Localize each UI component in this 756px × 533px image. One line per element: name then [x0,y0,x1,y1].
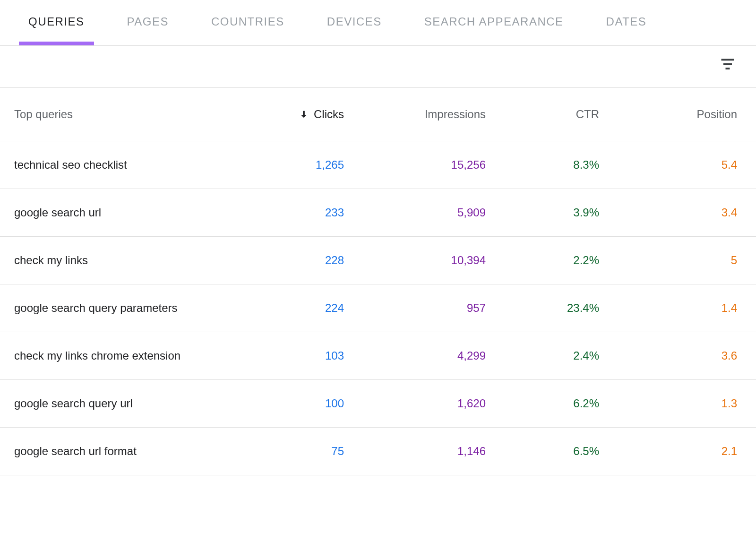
tab-label: QUERIES [28,15,85,28]
header-label: Top queries [14,108,73,120]
impressions-cell: 957 [344,301,486,315]
header-label: Clicks [314,108,344,121]
position-cell: 5 [599,254,742,267]
table-row[interactable]: google search query url 100 1,620 6.2% 1… [0,380,756,428]
table-row[interactable]: check my links 228 10,394 2.2% 5 [0,237,756,284]
ctr-cell: 2.4% [486,349,599,362]
clicks-cell: 103 [245,349,344,362]
tab-pages[interactable]: PAGES [118,0,178,45]
clicks-cell: 100 [245,397,344,410]
impressions-cell: 5,909 [344,206,486,219]
query-cell: google search query parameters [14,301,245,315]
position-cell: 3.4 [599,206,742,219]
query-cell: check my links chrome extension [14,349,245,362]
query-cell: technical seo checklist [14,158,245,172]
clicks-cell: 228 [245,254,344,267]
dimension-tabs: QUERIES PAGES COUNTRIES DEVICES SEARCH A… [0,0,756,46]
query-cell: google search url [14,206,245,219]
table-row[interactable]: check my links chrome extension 103 4,29… [0,332,756,380]
query-cell: google search query url [14,397,245,410]
position-cell: 1.4 [599,301,742,315]
position-cell: 1.3 [599,397,742,410]
impressions-cell: 4,299 [344,349,486,362]
impressions-cell: 10,394 [344,254,486,267]
position-cell: 3.6 [599,349,742,362]
tab-label: DEVICES [327,15,382,28]
column-header-impressions[interactable]: Impressions [344,108,486,121]
header-label: Position [697,108,737,120]
filter-bar [0,46,756,88]
column-header-ctr[interactable]: CTR [486,108,599,121]
ctr-cell: 6.2% [486,397,599,410]
clicks-cell: 75 [245,445,344,458]
ctr-cell: 23.4% [486,301,599,315]
impressions-cell: 15,256 [344,158,486,172]
impressions-cell: 1,620 [344,397,486,410]
clicks-cell: 224 [245,301,344,315]
position-cell: 5.4 [599,158,742,172]
column-header-position[interactable]: Position [599,108,742,121]
tab-label: PAGES [127,15,169,28]
header-label: Impressions [425,108,486,120]
column-header-clicks[interactable]: Clicks [245,108,344,121]
query-cell: google search url format [14,445,245,458]
table-row[interactable]: google search url format 75 1,146 6.5% 2… [0,428,756,475]
tab-search-appearance[interactable]: SEARCH APPEARANCE [415,0,573,45]
tab-label: SEARCH APPEARANCE [424,15,564,28]
clicks-cell: 1,265 [245,158,344,172]
position-cell: 2.1 [599,445,742,458]
ctr-cell: 2.2% [486,254,599,267]
ctr-cell: 8.3% [486,158,599,172]
tab-label: DATES [606,15,647,28]
tab-devices[interactable]: DEVICES [318,0,391,45]
sort-descending-icon [299,109,309,120]
ctr-cell: 6.5% [486,445,599,458]
table-row[interactable]: google search url 233 5,909 3.9% 3.4 [0,189,756,237]
performance-report-container: QUERIES PAGES COUNTRIES DEVICES SEARCH A… [0,0,756,475]
filter-button[interactable] [718,55,737,74]
table-row[interactable]: technical seo checklist 1,265 15,256 8.3… [0,141,756,189]
impressions-cell: 1,146 [344,445,486,458]
queries-table: Top queries Clicks Impressions CTR Posit… [0,88,756,475]
tab-countries[interactable]: COUNTRIES [202,0,294,45]
header-label: CTR [576,108,599,120]
tab-queries[interactable]: QUERIES [19,0,94,45]
ctr-cell: 3.9% [486,206,599,219]
table-header-row: Top queries Clicks Impressions CTR Posit… [0,88,756,141]
query-cell: check my links [14,254,245,267]
column-header-query[interactable]: Top queries [14,108,245,121]
table-row[interactable]: google search query parameters 224 957 2… [0,284,756,332]
tab-dates[interactable]: DATES [597,0,656,45]
clicks-cell: 233 [245,206,344,219]
filter-icon [719,55,736,74]
tab-label: COUNTRIES [211,15,284,28]
